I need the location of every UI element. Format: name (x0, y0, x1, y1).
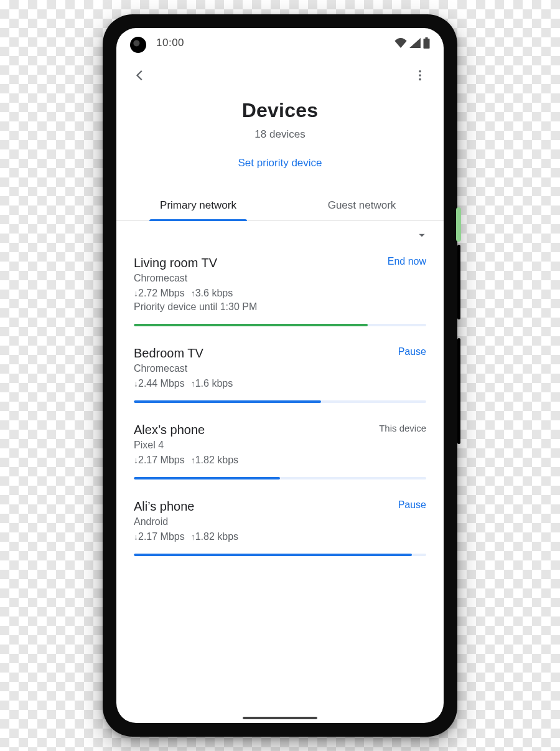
network-tabs: Primary network Guest network (116, 191, 444, 221)
tab-guest-network[interactable]: Guest network (280, 191, 444, 220)
home-indicator[interactable] (243, 717, 317, 719)
download-speed: ↓2.17 Mbps (134, 455, 185, 466)
assistant-button (456, 207, 461, 242)
device-speeds: ↓2.17 Mbps ↑1.82 kbps (134, 531, 238, 542)
phone-frame: 10:00 Devices 18 devices Set priority de… (103, 14, 457, 737)
device-action: This device (379, 423, 426, 433)
wifi-icon (394, 38, 407, 48)
upload-speed: ↑3.6 kbps (191, 288, 233, 299)
device-row[interactable]: Living room TV Chromecast ↓2.72 Mbps ↑3.… (134, 247, 426, 338)
title-zone: Devices 18 devices Set priority device (116, 93, 444, 173)
device-action[interactable]: Pause (398, 499, 426, 511)
device-type: Android (134, 516, 238, 527)
screen: 10:00 Devices 18 devices Set priority de… (116, 28, 444, 723)
more-vert-icon (413, 68, 427, 82)
download-speed: ↓2.44 Mbps (134, 378, 185, 389)
up-arrow-icon: ↑ (191, 289, 195, 298)
volume-button (457, 245, 460, 319)
usage-bar (134, 324, 426, 326)
upload-speed: ↑1.6 kbps (191, 378, 233, 389)
device-action[interactable]: Pause (398, 346, 426, 357)
device-speeds: ↓2.17 Mbps ↑1.82 kbps (134, 455, 238, 466)
down-arrow-icon: ↓ (134, 379, 138, 388)
up-arrow-icon: ↑ (191, 379, 195, 388)
device-name: Bedroom TV (134, 346, 233, 361)
device-list[interactable]: Living room TV Chromecast ↓2.72 Mbps ↑3.… (116, 242, 444, 723)
camera-hole (130, 37, 146, 53)
section-collapse[interactable] (116, 221, 444, 242)
cellular-icon (409, 38, 421, 48)
device-row[interactable]: Bedroom TV Chromecast ↓2.44 Mbps ↑1.6 kb… (134, 338, 426, 414)
usage-bar-fill (134, 400, 321, 403)
chevron-left-icon (133, 68, 147, 82)
device-row[interactable]: Alex’s phone Pixel 4 ↓2.17 Mbps ↑1.82 kb… (134, 414, 426, 491)
device-name: Alex’s phone (134, 423, 238, 437)
battery-icon (423, 37, 430, 49)
page-title: Devices (116, 99, 444, 122)
usage-bar (134, 554, 426, 556)
chevron-down-icon (418, 231, 426, 240)
device-action[interactable]: End now (388, 256, 426, 267)
more-button[interactable] (410, 65, 430, 85)
svg-point-3 (419, 74, 421, 77)
status-time: 10:00 (156, 37, 184, 49)
device-note: Priority device until 1:30 PM (134, 301, 257, 313)
device-name: Living room TV (134, 256, 257, 270)
up-arrow-icon: ↑ (191, 456, 195, 465)
device-speeds: ↓2.44 Mbps ↑1.6 kbps (134, 378, 233, 389)
svg-point-2 (419, 70, 421, 73)
download-speed: ↓2.72 Mbps (134, 288, 185, 299)
up-arrow-icon: ↑ (191, 532, 195, 541)
upload-speed: ↑1.82 kbps (191, 531, 238, 542)
set-priority-link[interactable]: Set priority device (238, 157, 322, 169)
status-icons (394, 37, 430, 49)
device-type: Pixel 4 (134, 440, 238, 451)
device-type: Chromecast (134, 273, 257, 284)
down-arrow-icon: ↓ (134, 456, 138, 465)
device-type: Chromecast (134, 363, 233, 374)
usage-bar (134, 477, 426, 479)
svg-rect-0 (424, 39, 430, 49)
status-bar: 10:00 (116, 28, 444, 58)
down-arrow-icon: ↓ (134, 532, 138, 541)
usage-bar-fill (134, 554, 412, 556)
upload-speed: ↑1.82 kbps (191, 455, 238, 466)
device-name: Ali’s phone (134, 499, 238, 514)
device-row[interactable]: Ali’s phone Android ↓2.17 Mbps ↑1.82 kbp… (134, 491, 426, 567)
device-speeds: ↓2.72 Mbps ↑3.6 kbps (134, 288, 257, 299)
back-button[interactable] (130, 65, 150, 85)
page-subtitle: 18 devices (116, 128, 444, 141)
usage-bar-fill (134, 324, 368, 326)
down-arrow-icon: ↓ (134, 289, 138, 298)
power-button (457, 338, 460, 444)
tab-primary-network[interactable]: Primary network (116, 191, 280, 220)
svg-rect-1 (426, 37, 428, 39)
app-bar (116, 58, 444, 93)
svg-point-4 (419, 78, 421, 81)
usage-bar-fill (134, 477, 280, 479)
usage-bar (134, 400, 426, 403)
download-speed: ↓2.17 Mbps (134, 531, 185, 542)
